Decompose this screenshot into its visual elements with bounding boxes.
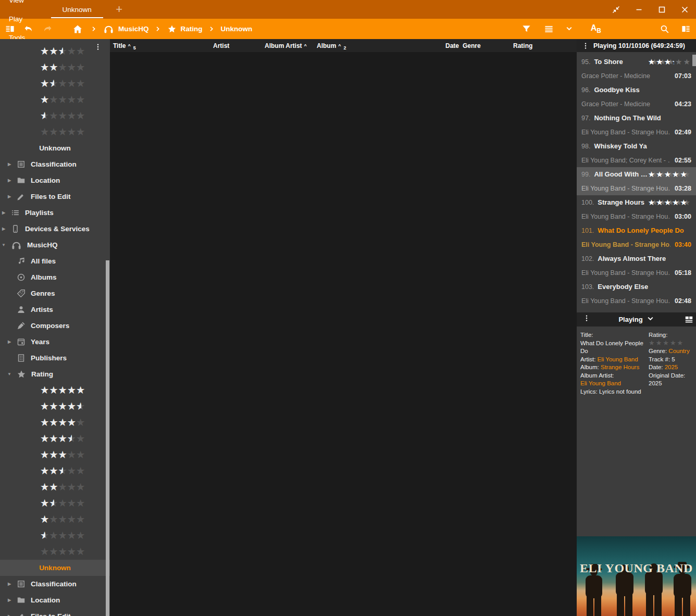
panel-layout-icon[interactable] — [685, 315, 693, 325]
sidebar-rating-1-stars[interactable]: ★★★★★★★★★★ — [0, 511, 110, 527]
sidebar-rating-5-stars[interactable]: ★★★★★★★★★★ — [0, 382, 110, 398]
breadcrumb-rating[interactable]: Rating — [165, 19, 205, 39]
tree-arrow-right-icon[interactable]: ▶ — [7, 582, 12, 586]
tree-arrow-right-icon[interactable]: ▶ — [1, 227, 6, 231]
queue-kebab-icon[interactable] — [582, 42, 589, 49]
queue-track-101[interactable]: 101.What Do Lonely People DoEli Young Ba… — [577, 223, 696, 252]
tree-arrow-right-icon[interactable]: ▶ — [7, 614, 12, 616]
sidebar-item-composers[interactable]: Composers — [0, 318, 110, 334]
sidebar-rating-0-stars[interactable]: ★★★★★★★★★★ — [0, 124, 110, 140]
sidebar-rating-0-stars[interactable]: ★★★★★★★★★★ — [0, 544, 110, 560]
sidebar-rating-2-stars[interactable]: ★★★★★★★★★★ — [0, 479, 110, 495]
sidebar-item-artists[interactable]: Artists — [0, 301, 110, 318]
alphabetical-sort-button[interactable]: AB — [587, 19, 605, 39]
column-header-rating[interactable]: Rating — [513, 39, 532, 52]
sidebar-item-publishers[interactable]: Publishers — [0, 350, 110, 366]
filter-button[interactable] — [517, 19, 536, 39]
playing-panel: Playing 101/10106 (649:24:59) 95.To Shor… — [577, 39, 696, 616]
folder-icon — [17, 176, 26, 185]
home-button[interactable] — [68, 19, 87, 39]
sidebar-rating-2.5-stars[interactable]: ★★★★★★★★★★ — [0, 43, 110, 59]
maximize-button[interactable] — [650, 0, 673, 19]
minimize-button[interactable] — [627, 0, 650, 19]
sidebar-item-rating[interactable]: ▼Rating — [0, 366, 110, 382]
tab-unknown[interactable]: Unknown — [48, 0, 106, 19]
sidebar-menu-kebab-icon[interactable] — [94, 43, 102, 52]
toggle-right-panel-button[interactable] — [677, 19, 695, 39]
sidebar-rating-2-stars[interactable]: ★★★★★★★★★★ — [0, 59, 110, 76]
sidebar-rating-1.5-stars[interactable]: ★★★★★★★★★★ — [0, 76, 110, 92]
undo-button[interactable] — [19, 19, 38, 39]
queue-track-102[interactable]: 102.Always Almost ThereEli Young Band - … — [577, 252, 696, 280]
close-button[interactable] — [673, 0, 696, 19]
queue-track-98[interactable]: 98.Whiskey Told YaEli Young Band; Corey … — [577, 139, 696, 167]
queue-scrollbar-thumb[interactable] — [692, 55, 696, 66]
now-playing-kebab-icon[interactable] — [583, 315, 590, 322]
sidebar-rating-0.5-stars[interactable]: ★★★★★★★★★★ — [0, 108, 110, 124]
tree-arrow-right-icon[interactable]: ▶ — [7, 340, 12, 344]
sidebar-item-albums[interactable]: Albums — [0, 269, 110, 285]
column-header-title[interactable]: Title^5 — [113, 39, 136, 52]
breadcrumb-musichq[interactable]: MusicHQ — [101, 19, 151, 39]
track-title: Always Almost There — [598, 255, 666, 262]
tree-arrow-right-icon[interactable]: ▶ — [7, 178, 12, 183]
sidebar-item-location[interactable]: ▶Location — [0, 172, 110, 188]
sidebar-rating-1.5-stars[interactable]: ★★★★★★★★★★ — [0, 495, 110, 511]
sidebar-item-devices-services[interactable]: ▶Devices & Services — [0, 221, 110, 237]
search-button[interactable] — [655, 19, 674, 39]
sidebar-item-playlists[interactable]: ▶Playlists — [0, 205, 110, 221]
queue-track-99[interactable]: 99.All Good With …★★★★★★★★★★Eli Young Ba… — [577, 167, 696, 195]
queue-header-label: Playing 101/10106 (649:24:59) — [593, 42, 685, 49]
sidebar-rating-3.5-stars[interactable]: ★★★★★★★★★★ — [0, 431, 110, 447]
sidebar-rating-unknown[interactable]: Unknown — [0, 140, 110, 156]
panel-layout-icon — [685, 315, 693, 324]
breadcrumb-unknown[interactable]: Unknown — [219, 19, 255, 39]
sidebar-rating-unknown-selected[interactable]: Unknown — [0, 560, 110, 576]
column-header-genre[interactable]: Genre — [463, 39, 481, 52]
sidebar-item-classification[interactable]: ▶Classification — [0, 576, 110, 592]
track-table: Title^5ArtistAlbum Artist^Album^2DateGen… — [110, 39, 577, 616]
sidebar-item-all-files[interactable]: All files — [0, 253, 110, 269]
now-playing-selector[interactable]: Playing — [618, 315, 654, 324]
sidebar-rating-0.5-stars[interactable]: ★★★★★★★★★★ — [0, 527, 110, 544]
tree-arrow-right-icon[interactable]: ▶ — [7, 194, 12, 199]
detail-artist-: Artist: Eli Young Band — [580, 356, 649, 364]
redo-icon — [42, 24, 53, 34]
queue-track-97[interactable]: 97.Nothing On The WildEli Young Band - S… — [577, 111, 696, 139]
queue-track-100[interactable]: 100.Strange Hours★★★★★★★★★★Eli Young Ban… — [577, 195, 696, 223]
sidebar-item-classification[interactable]: ▶Classification — [0, 156, 110, 172]
menu-view[interactable]: View — [0, 0, 33, 9]
sidebar-rating-4-stars[interactable]: ★★★★★★★★★★ — [0, 414, 110, 431]
sidebar-item-label: Publishers — [31, 354, 67, 362]
sidebar-item-location[interactable]: ▶Location — [0, 592, 110, 608]
tree-arrow-down-icon[interactable]: ▼ — [1, 243, 6, 247]
new-tab-button[interactable]: + — [111, 2, 127, 17]
sidebar-rating-3-stars[interactable]: ★★★★★★★★★★ — [0, 447, 110, 463]
tree-arrow-down-icon[interactable]: ▼ — [7, 372, 12, 376]
sidebar-item-genres[interactable]: Genres — [0, 285, 110, 301]
sidebar-rating-1-stars[interactable]: ★★★★★★★★★★ — [0, 92, 110, 108]
column-header-date[interactable]: Date — [445, 39, 459, 52]
sidebar-rating-4.5-stars[interactable]: ★★★★★★★★★★ — [0, 398, 110, 414]
sidebar-item-files-to-edit[interactable]: ▶Files to Edit — [0, 188, 110, 205]
collapse-button[interactable] — [604, 0, 627, 19]
queue-track-95[interactable]: 95.To Shore★★★★★★★★★★Grace Potter - Medi… — [577, 55, 696, 83]
sidebar-scrollbar-thumb[interactable] — [106, 260, 109, 616]
column-header-album-artist[interactable]: Album Artist^ — [265, 39, 307, 52]
rating-stars: ★★★★★★★★★★ — [41, 47, 85, 56]
tree-arrow-right-icon[interactable]: ▶ — [7, 598, 12, 602]
queue-track-103[interactable]: 103.Everybody ElseEli Young Band - Stran… — [577, 280, 696, 308]
sort-order-button[interactable] — [540, 19, 558, 39]
redo-button[interactable] — [38, 19, 57, 39]
queue-track-96[interactable]: 96.Goodbye KissGrace Potter - Medicine04… — [577, 83, 696, 111]
sort-expand-button[interactable] — [561, 19, 577, 39]
tree-arrow-right-icon[interactable]: ▶ — [1, 210, 6, 215]
sidebar-item-musichq[interactable]: ▼MusicHQ — [0, 237, 110, 253]
sidebar-item-years[interactable]: ▶Years — [0, 334, 110, 350]
sidebar-item-files-to-edit[interactable]: ▶Files to Edit — [0, 608, 110, 616]
toggle-panel-button[interactable] — [1, 19, 19, 39]
column-header-artist[interactable]: Artist — [213, 39, 229, 52]
sidebar-rating-2.5-stars[interactable]: ★★★★★★★★★★ — [0, 463, 110, 479]
column-header-album[interactable]: Album^2 — [317, 39, 346, 52]
tree-arrow-right-icon[interactable]: ▶ — [7, 162, 12, 167]
